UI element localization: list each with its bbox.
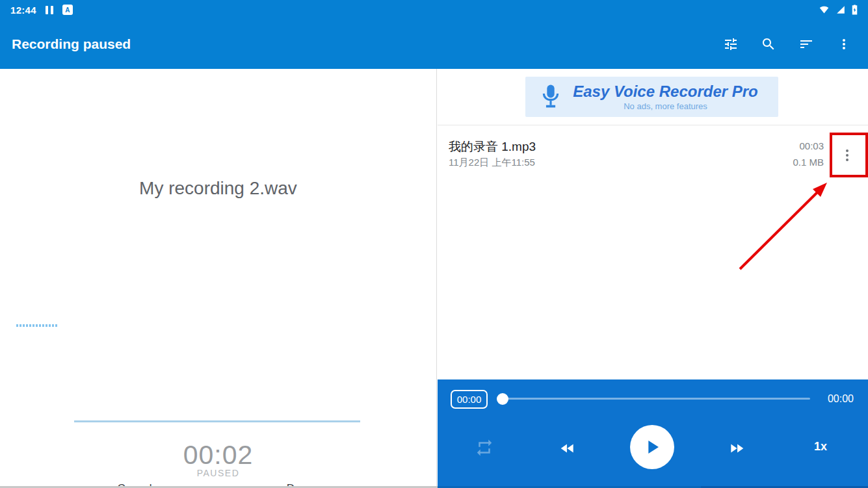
player-panel: 00:00 00:00 1x: [438, 379, 868, 488]
recording-timer: 00:02: [0, 440, 436, 470]
wifi-icon: [819, 5, 830, 14]
recording-size: 0.1 MB: [793, 157, 824, 168]
status-bar-left: 12:44 A: [10, 5, 73, 16]
page-title: Recording paused: [12, 36, 131, 52]
recording-duration: 00:03: [799, 140, 824, 151]
banner-title: Easy Voice Recorder Pro: [562, 83, 769, 101]
rewind-button[interactable]: [556, 439, 579, 457]
toolbar-actions: [723, 36, 868, 52]
status-bar-right: [819, 5, 858, 15]
recording-item-menu-button[interactable]: [835, 141, 859, 170]
recording-paused-status-icon: [46, 6, 53, 14]
play-button[interactable]: [630, 425, 674, 469]
banner-microphone-icon: [540, 83, 562, 110]
seek-track[interactable]: [504, 398, 810, 400]
repeat-button[interactable]: [473, 437, 495, 459]
battery-charging-icon: [852, 5, 858, 15]
overflow-menu-button[interactable]: [836, 36, 852, 52]
recording-state-label: PAUSED: [0, 468, 436, 478]
elapsed-time-chip[interactable]: 00:00: [451, 390, 488, 409]
seek-thumb[interactable]: [497, 393, 508, 405]
fast-forward-button[interactable]: [725, 439, 748, 457]
recorder-pane: My recording 2.wav 00:02 PAUSED Cancel D…: [0, 69, 437, 488]
total-time: 00:00: [828, 393, 854, 405]
recording-name: 我的录音 1.mp3: [449, 138, 536, 155]
cellular-signal-icon: [835, 5, 846, 14]
recording-list-item[interactable]: 我的录音 1.mp3 11月22日 上午11:55 00:03 0.1 MB: [438, 125, 868, 188]
status-time: 12:44: [10, 5, 36, 16]
banner-text: Easy Voice Recorder Pro No ads, more fea…: [562, 83, 778, 111]
waveform-preview: [16, 324, 59, 327]
play-icon: [641, 436, 663, 458]
banner-subtitle: No ads, more features: [562, 101, 769, 111]
easy-voice-recorder-app: 12:44 A Recording paus: [0, 0, 868, 488]
toolbar: Recording paused: [0, 19, 868, 69]
recording-file-name: My recording 2.wav: [0, 178, 436, 199]
notification-app-icon: A: [62, 5, 73, 15]
sort-button[interactable]: [798, 36, 814, 52]
app-header: 12:44 A Recording paus: [0, 0, 868, 69]
search-button[interactable]: [761, 36, 776, 52]
pro-upgrade-banner[interactable]: Easy Voice Recorder Pro No ads, more fea…: [525, 77, 778, 117]
tune-filter-button[interactable]: [723, 36, 739, 52]
status-bar: 12:44 A: [0, 0, 868, 19]
recording-date: 11月22日 上午11:55: [449, 157, 535, 169]
playback-speed-button[interactable]: 1x: [805, 440, 836, 454]
waveform-baseline: [74, 420, 360, 422]
recordings-pane: Easy Voice Recorder Pro No ads, more fea…: [438, 69, 868, 488]
